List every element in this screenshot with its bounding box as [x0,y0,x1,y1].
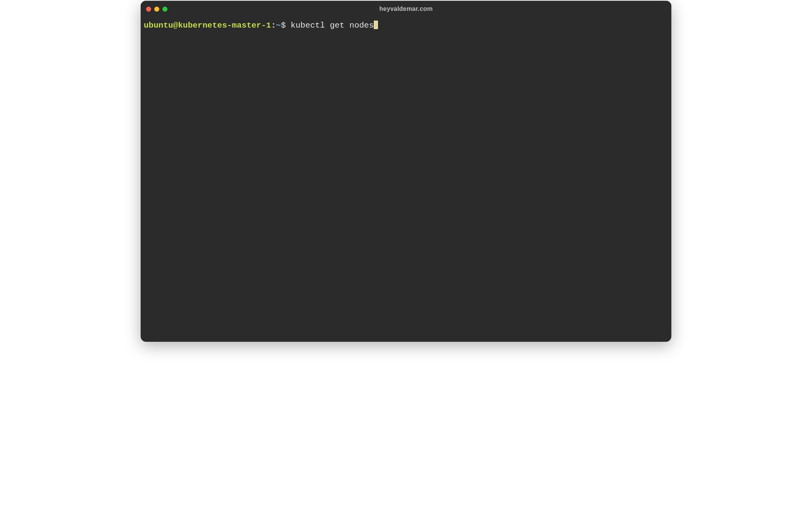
prompt-symbol: $ [281,21,286,30]
window-title: heyvaldemar.com [379,5,432,12]
maximize-icon[interactable] [162,7,167,12]
terminal-body[interactable]: ubuntu@kubernetes-master-1:~$ kubectl ge… [141,17,671,342]
prompt-separator: : [271,21,276,30]
minimize-icon[interactable] [154,7,159,12]
cursor-icon [374,21,378,29]
command-value: kubectl get nodes [291,21,374,30]
terminal-window: heyvaldemar.com ubuntu@kubernetes-master… [141,1,671,342]
command-text: kubectl get nodes [286,21,374,30]
prompt-path: ~ [276,21,281,30]
prompt-line: ubuntu@kubernetes-master-1:~$ kubectl ge… [144,21,378,30]
traffic-lights [146,7,167,12]
prompt-user-host: ubuntu@kubernetes-master-1 [144,21,271,30]
title-bar: heyvaldemar.com [141,1,671,17]
close-icon[interactable] [146,7,151,12]
